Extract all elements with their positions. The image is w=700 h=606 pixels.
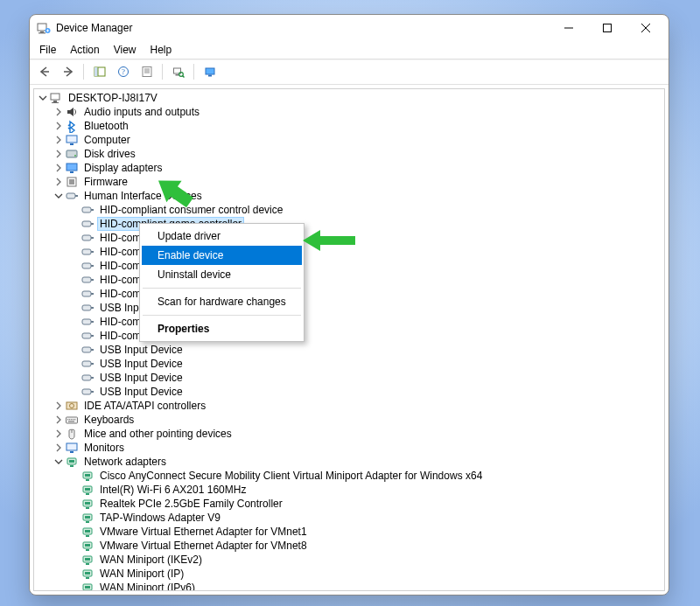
tree-item[interactable]: Computer bbox=[34, 133, 664, 147]
svg-rect-9 bbox=[94, 67, 98, 76]
svg-rect-5 bbox=[604, 24, 612, 32]
bluetooth-icon bbox=[65, 119, 79, 133]
tree-item[interactable]: VMware Virtual Ethernet Adapter for VMne… bbox=[34, 539, 664, 553]
expand-icon[interactable] bbox=[53, 414, 64, 425]
svg-rect-86 bbox=[86, 507, 89, 509]
menu-view[interactable]: View bbox=[108, 43, 143, 57]
tree-item[interactable]: HID-comp bbox=[34, 245, 664, 259]
tree-item[interactable]: Bluetooth bbox=[34, 119, 664, 133]
expand-icon[interactable] bbox=[53, 135, 64, 145]
tree-item[interactable]: Cisco AnyConnect Secure Mobility Client … bbox=[34, 469, 664, 483]
tree-item[interactable]: USB Input bbox=[34, 301, 664, 315]
tree-item[interactable]: WAN Miniport (IKEv2) bbox=[34, 553, 664, 567]
tree-item[interactable]: Disk drives bbox=[34, 147, 664, 161]
context-menu-item[interactable]: Scan for hardware changes bbox=[142, 292, 302, 311]
tree-item[interactable]: USB Input Device bbox=[34, 357, 664, 371]
tree-item[interactable]: HID-compliant vendor-defined device bbox=[34, 329, 664, 343]
tree-item[interactable]: IDE ATA/ATAPI controllers bbox=[34, 399, 664, 413]
display-icon bbox=[65, 161, 79, 175]
tree-item[interactable]: TAP-Windows Adapter V9 bbox=[34, 511, 664, 525]
expand-icon bbox=[69, 331, 80, 341]
context-menu-item[interactable]: Uninstall device bbox=[142, 265, 302, 284]
tree-item[interactable]: Realtek PCIe 2.5GbE Family Controller bbox=[34, 497, 664, 511]
tree-item[interactable]: DESKTOP-IJ8I17V bbox=[34, 91, 664, 105]
tree-item[interactable]: USB Input Device bbox=[34, 371, 664, 385]
expand-icon[interactable] bbox=[53, 121, 64, 131]
expand-icon bbox=[69, 582, 80, 590]
svg-rect-101 bbox=[86, 577, 89, 579]
tree-item[interactable]: HID-comp bbox=[34, 287, 664, 301]
close-button[interactable] bbox=[626, 16, 665, 40]
expand-icon[interactable] bbox=[53, 442, 64, 453]
menu-help[interactable]: Help bbox=[144, 43, 178, 57]
svg-rect-89 bbox=[86, 521, 89, 523]
tree-item[interactable]: Keyboards bbox=[34, 413, 664, 427]
titlebar[interactable]: Device Manager bbox=[30, 15, 668, 41]
svg-rect-74 bbox=[66, 443, 77, 450]
expand-icon bbox=[69, 205, 80, 215]
svg-rect-33 bbox=[69, 179, 74, 185]
tree-item[interactable]: Mice and other pointing devices bbox=[34, 427, 664, 441]
scan-hardware-button[interactable] bbox=[167, 61, 189, 82]
tree-item[interactable]: Human Interface Devices bbox=[34, 189, 664, 203]
tree-item[interactable]: USB Input Device bbox=[34, 343, 664, 357]
hid-dev-icon bbox=[80, 343, 94, 357]
tree-item[interactable]: USB Input Device bbox=[34, 385, 664, 399]
tree-item-label: Realtek PCIe 2.5GbE Family Controller bbox=[98, 498, 284, 510]
context-menu-item[interactable]: Properties bbox=[142, 319, 302, 338]
expand-icon bbox=[69, 387, 80, 397]
window-title: Device Manager bbox=[56, 22, 132, 34]
svg-rect-2 bbox=[38, 32, 46, 33]
tree-item[interactable]: Audio inputs and outputs bbox=[34, 105, 664, 119]
tree-item[interactable]: Intel(R) Wi-Fi 6 AX201 160MHz bbox=[34, 483, 664, 497]
expand-icon[interactable] bbox=[53, 163, 64, 173]
tree-item[interactable]: WAN Miniport (IP) bbox=[34, 567, 664, 581]
hid-dev-icon bbox=[80, 385, 94, 399]
svg-rect-24 bbox=[53, 101, 57, 102]
maximize-button[interactable] bbox=[588, 16, 626, 40]
expand-icon[interactable] bbox=[53, 401, 64, 411]
expand-icon bbox=[69, 317, 80, 327]
collapse-icon[interactable] bbox=[53, 456, 64, 467]
expand-icon[interactable] bbox=[53, 428, 64, 439]
svg-rect-48 bbox=[82, 291, 91, 296]
show-hide-console-tree-button[interactable] bbox=[88, 61, 110, 82]
tree-item[interactable]: WAN Miniport (IPv6) bbox=[34, 581, 664, 590]
collapse-icon[interactable] bbox=[53, 191, 64, 201]
tree-item[interactable]: HID-comp bbox=[34, 259, 664, 273]
tree-item-label: Cisco AnyConnect Secure Mobility Client … bbox=[98, 470, 484, 482]
back-button[interactable] bbox=[33, 61, 55, 82]
minimize-button[interactable] bbox=[550, 16, 588, 40]
tree-item[interactable]: HID-compliant game controller bbox=[34, 217, 664, 231]
tree-item[interactable]: Firmware bbox=[34, 175, 664, 189]
expand-icon[interactable] bbox=[53, 149, 64, 159]
tree-item[interactable]: HID-comp bbox=[34, 231, 664, 245]
context-menu-item[interactable]: Update driver bbox=[142, 226, 302, 246]
menu-action[interactable]: Action bbox=[64, 43, 105, 57]
expand-icon[interactable] bbox=[53, 177, 64, 187]
context-menu-item[interactable]: Enable device bbox=[142, 246, 302, 265]
help-button[interactable]: ? bbox=[112, 61, 134, 82]
properties-button[interactable] bbox=[136, 61, 158, 82]
enable-device-button[interactable] bbox=[199, 61, 220, 82]
tree-item[interactable]: Display adapters bbox=[34, 161, 664, 175]
svg-rect-70 bbox=[73, 419, 74, 420]
svg-rect-90 bbox=[85, 516, 90, 519]
tree-item-label: WAN Miniport (IPv6) bbox=[98, 582, 197, 590]
forward-button[interactable] bbox=[57, 61, 79, 82]
tree-item[interactable]: HID-compliant consumer control device bbox=[34, 203, 664, 217]
tree-item[interactable]: Monitors bbox=[34, 441, 664, 455]
tree-item[interactable]: Network adapters bbox=[34, 455, 664, 469]
device-tree[interactable]: DESKTOP-IJ8I17VAudio inputs and outputsB… bbox=[34, 89, 664, 590]
tree-item-label: Monitors bbox=[82, 442, 126, 454]
menu-file[interactable]: File bbox=[33, 43, 62, 57]
tree-item[interactable]: HID-comp bbox=[34, 273, 664, 287]
expand-icon[interactable] bbox=[53, 107, 64, 117]
expand-icon bbox=[69, 568, 80, 579]
collapse-icon[interactable] bbox=[38, 93, 48, 103]
tree-item[interactable]: VMware Virtual Ethernet Adapter for VMne… bbox=[34, 525, 664, 539]
svg-rect-62 bbox=[82, 389, 91, 394]
tree-item[interactable]: HID-comp bbox=[34, 315, 664, 329]
device-context-menu: Update driverEnable deviceUninstall devi… bbox=[139, 223, 304, 342]
hid-dev-icon bbox=[80, 217, 94, 231]
